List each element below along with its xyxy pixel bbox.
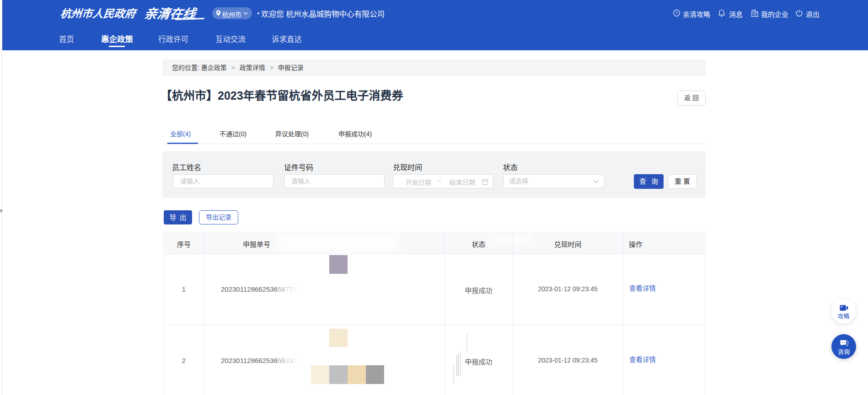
svg-text:?: ? — [675, 11, 678, 16]
